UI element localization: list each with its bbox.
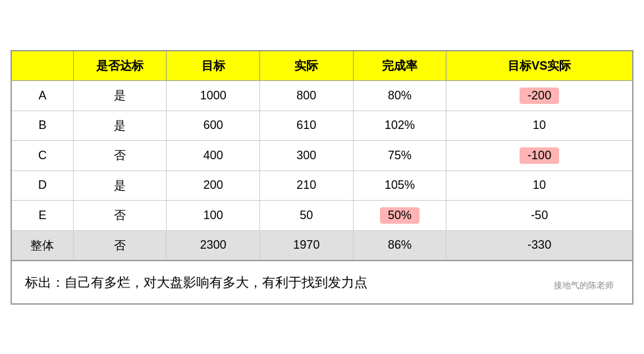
row-目标: 600 xyxy=(167,111,260,140)
summary-vs: -330 xyxy=(446,230,633,261)
row-vs: -50 xyxy=(446,200,633,230)
highlight-vs: -200 xyxy=(520,88,559,104)
row-目标: 100 xyxy=(167,200,260,230)
row-完成率: 75% xyxy=(353,140,446,170)
row-目标: 200 xyxy=(167,170,260,200)
col-header-vs: 目标VS实际 xyxy=(446,51,633,81)
row-达标: 否 xyxy=(73,140,167,170)
main-wrapper: 是否达标 目标 实际 完成率 目标VS实际 A是100080080%-200B是… xyxy=(11,50,633,305)
summary-达标: 否 xyxy=(73,230,167,261)
table-row: C否40030075%-100 xyxy=(11,140,633,170)
table-row: A是100080080%-200 xyxy=(11,80,633,111)
summary-实际: 1970 xyxy=(260,230,354,261)
table-row: B是600610102%10 xyxy=(11,111,633,140)
row-达标: 否 xyxy=(73,200,167,230)
row-vs: -200 xyxy=(446,80,633,111)
row-vs: 10 xyxy=(446,111,633,140)
col-header-empty xyxy=(11,51,73,81)
row-id: C xyxy=(11,140,73,170)
row-目标: 1000 xyxy=(167,80,260,111)
row-实际: 50 xyxy=(260,200,354,230)
highlight-vs: -100 xyxy=(520,147,559,164)
summary-目标: 2300 xyxy=(167,230,260,261)
data-table: 是否达标 目标 实际 完成率 目标VS实际 A是100080080%-200B是… xyxy=(11,50,633,261)
row-实际: 610 xyxy=(260,111,354,140)
row-达标: 是 xyxy=(73,80,167,111)
row-id: D xyxy=(11,170,73,200)
col-header-目标: 目标 xyxy=(167,51,260,81)
row-完成率: 50% xyxy=(353,200,446,230)
col-header-达标: 是否达标 xyxy=(73,51,167,81)
summary-完成率: 86% xyxy=(353,230,446,261)
col-header-实际: 实际 xyxy=(260,51,354,81)
note-text: 标出：自己有多烂，对大盘影响有多大，有利于找到发力点 xyxy=(25,275,367,290)
highlight-完成率: 50% xyxy=(380,207,419,224)
row-达标: 是 xyxy=(73,170,167,200)
col-header-完成率: 完成率 xyxy=(353,51,446,81)
row-达标: 是 xyxy=(73,111,167,140)
row-完成率: 80% xyxy=(353,80,446,111)
watermark: 接地气的陈老师 xyxy=(554,280,614,291)
row-实际: 800 xyxy=(260,80,354,111)
row-vs: -100 xyxy=(446,140,633,170)
table-header-row: 是否达标 目标 实际 完成率 目标VS实际 xyxy=(11,51,633,81)
row-目标: 400 xyxy=(167,140,260,170)
row-vs: 10 xyxy=(446,170,633,200)
row-id: B xyxy=(11,111,73,140)
row-id: E xyxy=(11,200,73,230)
row-完成率: 102% xyxy=(353,111,446,140)
note-box: 标出：自己有多烂，对大盘影响有多大，有利于找到发力点 xyxy=(11,261,633,305)
table-row: D是200210105%10 xyxy=(11,170,633,200)
row-完成率: 105% xyxy=(353,170,446,200)
table-row: E否1005050%-50 xyxy=(11,200,633,230)
row-id: A xyxy=(11,80,73,111)
row-实际: 300 xyxy=(260,140,354,170)
summary-row: 整体否2300197086%-330 xyxy=(11,230,633,261)
summary-id: 整体 xyxy=(11,230,73,261)
row-实际: 210 xyxy=(260,170,354,200)
